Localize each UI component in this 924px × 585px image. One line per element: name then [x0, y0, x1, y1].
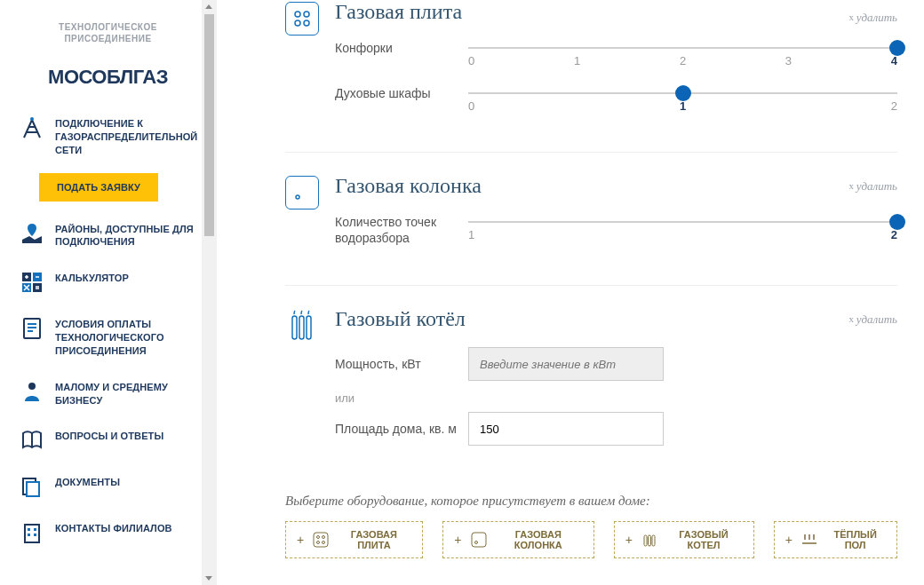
sidebar-item-label: КАЛЬКУЛЯТОР	[55, 270, 129, 285]
power-input[interactable]	[468, 347, 664, 381]
slider[interactable]: 012	[468, 85, 897, 113]
add-stove-button[interactable]: ГАЗОВАЯ ПЛИТА	[285, 521, 423, 558]
boiler-mini-icon	[641, 531, 657, 549]
document-icon	[20, 316, 44, 341]
stove-mini-icon	[313, 531, 329, 549]
svg-rect-32	[652, 535, 655, 546]
equipment-heater: удалить Газовая колонка Количество точек…	[285, 169, 897, 286]
slider-label: Конфорки	[335, 40, 468, 56]
power-label: Мощность, кВт	[335, 357, 468, 371]
sidebar-item-label: МАЛОМУ И СРЕДНЕМУ БИЗНЕСУ	[55, 379, 205, 407]
sidebar-scrollbar[interactable]	[202, 0, 217, 585]
book-icon	[20, 428, 44, 453]
slider-label: Количество точек водоразбора	[335, 214, 468, 246]
svg-point-15	[295, 12, 300, 17]
svg-rect-21	[299, 316, 304, 339]
slider-tick: 0	[468, 54, 474, 67]
delete-boiler-button[interactable]: удалить	[848, 312, 897, 327]
svg-point-29	[474, 542, 477, 544]
slider[interactable]: 12	[468, 214, 897, 241]
sidebar-item-calculator[interactable]: КАЛЬКУЛЯТОР	[20, 270, 205, 295]
svg-rect-12	[34, 528, 36, 531]
sidebar-item-contacts[interactable]: КОНТАКТЫ ФИЛИАЛОВ	[20, 520, 205, 545]
slider[interactable]: 01234	[468, 40, 897, 67]
heater-sliders: Количество точек водоразбора12	[335, 214, 897, 246]
logo-block: ТЕХНОЛОГИЧЕСКОЕ ПРИСОЕДИНЕНИЕ МОСОБЛГАЗ	[0, 0, 216, 99]
slider-ticks: 01234	[468, 54, 897, 67]
or-label: или	[335, 391, 897, 405]
sidebar-item-label: ПОДКЛЮЧЕНИЕ К ГАЗОРАСПРЕДЕЛИТЕЛЬНОЙ СЕТИ	[55, 115, 205, 157]
delete-heater-button[interactable]: удалить	[848, 179, 897, 194]
sidebar-nav: ПОДКЛЮЧЕНИЕ К ГАЗОРАСПРЕДЕЛИТЕЛЬНОЙ СЕТИ…	[0, 99, 216, 545]
sidebar-item-payment[interactable]: УСЛОВИЯ ОПЛАТЫ ТЕХНОЛОГИЧЕСКОГО ПРИСОЕДИ…	[20, 316, 205, 358]
svg-rect-31	[649, 535, 651, 546]
svg-point-26	[317, 542, 320, 544]
svg-rect-11	[28, 528, 30, 531]
heater-mini-icon	[470, 531, 486, 549]
svg-point-25	[323, 536, 325, 539]
svg-point-18	[304, 20, 309, 26]
equipment-picker: ГАЗОВАЯ ПЛИТА ГАЗОВАЯ КОЛОНКА ГАЗОВЫЙ КО…	[285, 521, 897, 558]
slider-tick: 2	[891, 99, 897, 113]
slider-tick: 4	[891, 54, 897, 67]
slider-ticks: 012	[468, 99, 897, 113]
svg-rect-9	[27, 482, 39, 496]
slider-tick: 2	[680, 54, 686, 67]
sidebar-item-documents[interactable]: ДОКУМЕНТЫ	[20, 474, 205, 499]
area-input[interactable]	[468, 412, 664, 446]
sidebar-item-label: РАЙОНЫ, ДОСТУПНЫЕ ДЛЯ ПОДКЛЮЧЕНИЯ	[55, 221, 205, 249]
slider-handle[interactable]	[889, 40, 905, 56]
sidebar-item-regions[interactable]: РАЙОНЫ, ДОСТУПНЫЕ ДЛЯ ПОДКЛЮЧЕНИЯ	[20, 221, 205, 249]
slider-track	[468, 47, 897, 49]
tower-icon	[20, 115, 44, 140]
equipment-title: Газовый котёл	[335, 307, 897, 331]
slider-label: Духовые шкафы	[335, 85, 468, 101]
folder-icon	[20, 474, 44, 499]
stove-sliders: Конфорки01234Духовые шкафы012	[335, 40, 897, 113]
picker-label: ГАЗОВАЯ ПЛИТА	[337, 529, 412, 550]
person-icon	[20, 379, 44, 404]
add-boiler-button[interactable]: ГАЗОВЫЙ КОТЕЛ	[614, 521, 754, 558]
slider-row: Количество точек водоразбора12	[335, 214, 897, 246]
stove-icon	[285, 2, 319, 36]
svg-rect-28	[472, 533, 486, 547]
submit-request-button[interactable]: ПОДАТЬ ЗАЯВКУ	[39, 173, 158, 202]
slider-track	[468, 221, 897, 223]
slider-ticks: 12	[468, 228, 897, 241]
equipment-title: Газовая плита	[335, 0, 897, 24]
scroll-down-icon[interactable]	[205, 576, 212, 581]
svg-point-19	[296, 195, 299, 199]
logo-subtitle-1: ТЕХНОЛОГИЧЕСКОЕ	[20, 21, 196, 33]
slider-row: Духовые шкафы012	[335, 85, 897, 113]
svg-point-17	[295, 20, 300, 26]
main-content: удалить Газовая плита Конфорки01234Духов…	[232, 0, 924, 585]
slider-tick: 3	[785, 54, 792, 67]
scroll-up-icon[interactable]	[205, 4, 212, 9]
sidebar-item-label: УСЛОВИЯ ОПЛАТЫ ТЕХНОЛОГИЧЕСКОГО ПРИСОЕДИ…	[55, 316, 205, 358]
slider-handle[interactable]	[675, 85, 691, 101]
sidebar-item-label: ВОПРОСЫ И ОТВЕТЫ	[55, 428, 163, 443]
delete-stove-button[interactable]: удалить	[848, 11, 897, 25]
warmfloor-mini-icon	[801, 531, 817, 549]
boiler-icon	[285, 309, 319, 343]
sidebar-item-label: ДОКУМЕНТЫ	[55, 474, 120, 489]
area-label: Площадь дома, кв. м	[335, 422, 468, 436]
brand-wordmark: МОСОБЛГАЗ	[20, 66, 196, 89]
logo-subtitle-2: ПРИСОЕДИНЕНИЕ	[20, 33, 196, 44]
picker-prompt: Выберите оборудование, которое присутств…	[285, 494, 897, 509]
slider-handle[interactable]	[889, 214, 905, 230]
sidebar-item-connection[interactable]: ПОДКЛЮЧЕНИЕ К ГАЗОРАСПРЕДЕЛИТЕЛЬНОЙ СЕТИ	[20, 115, 205, 157]
slider-tick: 2	[891, 228, 897, 241]
add-warmfloor-button[interactable]: ТЁПЛЫЙ ПОЛ	[774, 521, 897, 558]
svg-rect-13	[28, 534, 30, 536]
equipment-stove: удалить Газовая плита Конфорки01234Духов…	[285, 0, 897, 153]
sidebar-item-smb[interactable]: МАЛОМУ И СРЕДНЕМУ БИЗНЕСУ	[20, 379, 205, 407]
map-pin-icon	[20, 221, 44, 246]
sidebar-item-faq[interactable]: ВОПРОСЫ И ОТВЕТЫ	[20, 428, 205, 453]
add-heater-button[interactable]: ГАЗОВАЯ КОЛОНКА	[442, 521, 594, 558]
svg-rect-10	[25, 525, 39, 542]
svg-rect-14	[34, 534, 36, 536]
picker-label: ГАЗОВАЯ КОЛОНКА	[494, 529, 583, 550]
building-icon	[20, 520, 44, 545]
svg-rect-22	[307, 316, 311, 339]
